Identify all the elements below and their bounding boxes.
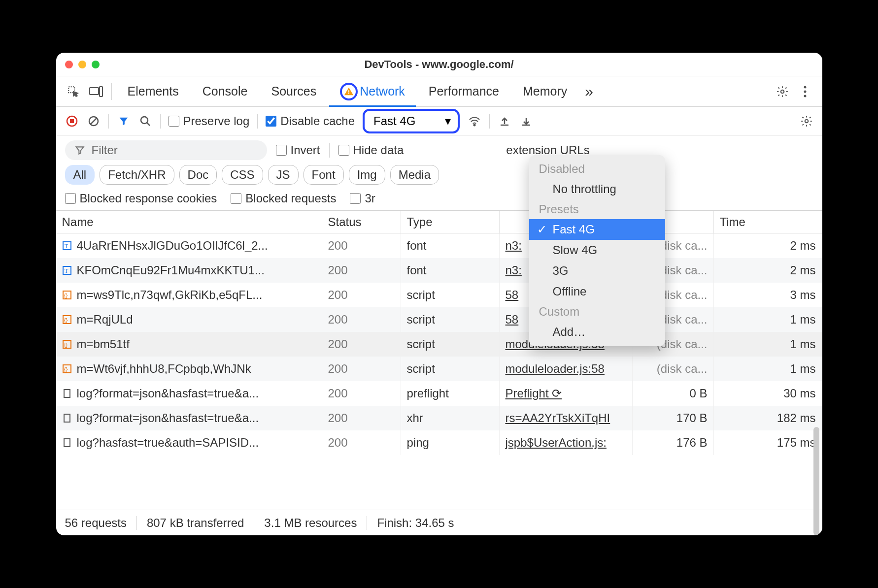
svg-point-6	[804, 86, 806, 88]
more-menu-icon[interactable]	[795, 81, 815, 102]
tab-label: Sources	[271, 84, 316, 98]
cell-time: 1 ms	[714, 307, 822, 332]
cell-time: 2 ms	[714, 233, 822, 258]
invert-input[interactable]	[276, 145, 287, 156]
preserve-log-checkbox[interactable]: Preserve log	[169, 114, 250, 128]
svg-point-8	[804, 95, 806, 97]
svg-point-15	[474, 124, 475, 126]
clear-button[interactable]	[87, 114, 101, 128]
disable-cache-input[interactable]	[266, 116, 276, 127]
col-name[interactable]: Name	[56, 211, 322, 233]
disable-cache-checkbox[interactable]: Disable cache	[266, 114, 355, 128]
table-row[interactable]: {}m=bm51tf200scriptmoduleloader.js:58(di…	[56, 332, 822, 357]
cell-time: 175 ms	[714, 430, 822, 455]
network-conditions-icon[interactable]	[468, 114, 481, 128]
cell-status: 200	[322, 307, 401, 332]
network-settings-icon[interactable]	[800, 114, 813, 128]
throttling-option-slow4g[interactable]: Slow 4G	[529, 240, 665, 261]
invert-checkbox[interactable]: Invert	[276, 143, 320, 157]
settings-icon[interactable]	[772, 81, 793, 102]
cell-initiator[interactable]: jspb$UserAction.js:	[500, 430, 633, 455]
checkbox-label: Hide data	[353, 143, 404, 157]
divider	[111, 83, 112, 100]
status-bar: 56 requests 807 kB transferred 3.1 MB re…	[56, 510, 822, 535]
record-button[interactable]	[65, 114, 79, 128]
third-party-checkbox[interactable]: 3r	[350, 192, 375, 205]
col-time[interactable]: Time	[714, 211, 822, 233]
table-row[interactable]: log?format=json&hasfast=true&a...200xhrr…	[56, 406, 822, 430]
status-requests: 56 requests	[65, 516, 137, 530]
type-filter-font[interactable]: Font	[304, 165, 344, 185]
throttling-select[interactable]: Fast 4G ▾	[363, 109, 460, 133]
blocked-response-cookies-checkbox[interactable]: Blocked response cookies	[65, 192, 217, 205]
table-row[interactable]: log?hasfast=true&auth=SAPISID...200pingj…	[56, 430, 822, 455]
blocked-row: Blocked response cookies Blocked request…	[56, 189, 822, 211]
overflow-glyph: »	[585, 83, 593, 100]
cell-name: {}m=Wt6vjf,hhhU8,FCpbqb,WhJNk	[56, 357, 322, 381]
type-filter-media[interactable]: Media	[390, 165, 439, 185]
cell-type: script	[401, 283, 500, 307]
preserve-log-input[interactable]	[169, 116, 179, 127]
type-filter-all[interactable]: All	[65, 165, 95, 185]
separator	[489, 114, 490, 129]
throttling-option-offline[interactable]: Offline	[529, 281, 665, 302]
type-filter-css[interactable]: CSS	[222, 165, 263, 185]
table-row[interactable]: TKFOmCnqEu92Fr1Mu4mxKKTU1...200fontn3:(d…	[56, 258, 822, 283]
minimize-window-button[interactable]	[78, 61, 86, 68]
devtools-tabbar: Elements Console Sources Network Perform…	[56, 76, 822, 107]
tab-elements[interactable]: Elements	[117, 76, 190, 106]
throttling-option-none[interactable]: No throttling	[529, 179, 665, 199]
table-row[interactable]: {}m=Wt6vjf,hhhU8,FCpbqb,WhJNk200scriptmo…	[56, 357, 822, 381]
col-status[interactable]: Status	[322, 211, 401, 233]
filter-toggle-icon[interactable]	[117, 114, 131, 128]
type-filter-img[interactable]: Img	[349, 165, 385, 185]
tab-sources[interactable]: Sources	[260, 76, 327, 106]
cell-initiator[interactable]: rs=AA2YrTskXiTqHI	[500, 406, 633, 430]
tab-performance[interactable]: Performance	[418, 76, 510, 106]
cell-initiator[interactable]: Preflight ⟳	[500, 381, 633, 406]
type-filter-fetch-xhr[interactable]: Fetch/XHR	[100, 165, 174, 185]
cell-name: {}m=RqjULd	[56, 307, 322, 332]
hide-data-checkbox[interactable]: Hide data	[338, 143, 404, 157]
blocked-requests-checkbox[interactable]: Blocked requests	[231, 192, 336, 205]
hide-data-input[interactable]	[338, 145, 349, 156]
svg-point-13	[141, 117, 148, 124]
checkbox-label: Invert	[291, 143, 320, 157]
tabs-overflow-button[interactable]: »	[580, 76, 598, 106]
search-icon[interactable]	[138, 114, 152, 128]
tab-memory[interactable]: Memory	[512, 76, 578, 106]
cell-type: xhr	[401, 406, 500, 430]
throttling-option-add[interactable]: Add…	[529, 322, 665, 342]
cell-time: 1 ms	[714, 332, 822, 357]
cell-status: 200	[322, 233, 401, 258]
tab-network[interactable]: Network	[329, 76, 416, 106]
close-window-button[interactable]	[65, 61, 73, 68]
type-filter-js[interactable]: JS	[268, 165, 299, 185]
cell-name: {}m=ws9Tlc,n73qwf,GkRiKb,e5qFL...	[56, 283, 322, 307]
svg-rect-10	[70, 119, 74, 123]
table-row[interactable]: {}m=ws9Tlc,n73qwf,GkRiKb,e5qFL...200scri…	[56, 283, 822, 307]
cell-initiator[interactable]: moduleloader.js:58	[500, 357, 633, 381]
cell-status: 200	[322, 430, 401, 455]
device-toolbar-icon[interactable]	[86, 81, 106, 102]
type-filter-doc[interactable]: Doc	[179, 165, 217, 185]
inspect-element-icon[interactable]	[63, 81, 84, 102]
filter-input[interactable]: Filter	[65, 140, 267, 160]
upload-har-icon[interactable]	[498, 114, 511, 128]
cell-size: 176 B	[633, 430, 714, 455]
table-row[interactable]: T4UaRrENHsxJlGDuGo1OIlJfC6l_2...200fontn…	[56, 233, 822, 258]
table-row[interactable]: log?format=json&hasfast=true&a...200pref…	[56, 381, 822, 406]
cell-name: log?format=json&hasfast=true&a...	[56, 406, 322, 430]
tab-console[interactable]: Console	[192, 76, 259, 106]
download-har-icon[interactable]	[519, 114, 533, 128]
zoom-window-button[interactable]	[92, 61, 100, 68]
throttling-value: Fast 4G	[373, 114, 415, 128]
throttling-option-3g[interactable]: 3G	[529, 261, 665, 281]
cell-type: font	[401, 258, 500, 283]
dropdown-section-disabled: Disabled	[529, 159, 665, 179]
scrollbar[interactable]	[813, 427, 819, 535]
throttling-option-fast4g[interactable]: Fast 4G	[529, 219, 665, 240]
col-type[interactable]: Type	[401, 211, 500, 233]
funnel-icon	[75, 145, 85, 155]
table-row[interactable]: {}m=RqjULd200script58(disk ca...1 ms	[56, 307, 822, 332]
